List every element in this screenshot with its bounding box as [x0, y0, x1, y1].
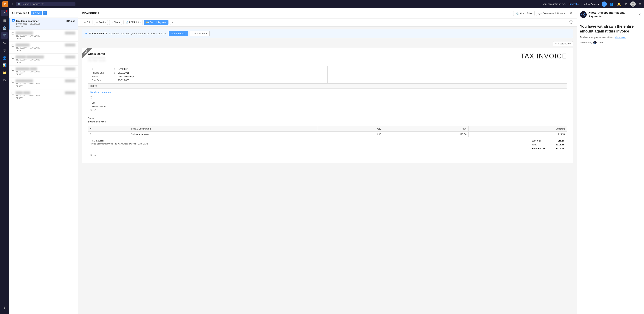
all-invoices-dropdown[interactable]: All Invoices ▾ — [12, 11, 29, 14]
customer-name: Mr. demo customer — [16, 19, 38, 22]
app-logo: B — [2, 1, 8, 7]
chat-icon[interactable]: 💬 — [569, 20, 573, 24]
right-panel-link[interactable]: click here. — [615, 36, 626, 39]
invoice-item[interactable]: Mr. demo customer $115.58 INV-000011 • 2… — [9, 18, 78, 30]
sidebar-item-time[interactable]: ⏱ — [1, 47, 8, 54]
more-options-button[interactable]: ⋯ — [70, 10, 75, 16]
sidebar-item-grid[interactable]: ⊞ — [1, 17, 8, 24]
customize-label: Customize — [558, 42, 569, 45]
settings-icon[interactable]: ⚙ — [624, 2, 628, 7]
sidebar-item-tags[interactable]: 🏷 — [1, 39, 8, 46]
sidebar-item-layers[interactable]: ⧉ — [1, 77, 8, 84]
sidebar-item-bank[interactable]: 🏦 — [1, 25, 8, 31]
subject-section: Subject : Software services — [88, 117, 567, 123]
search-icon: 🔍 — [18, 2, 21, 5]
invoice-checkbox[interactable] — [12, 32, 14, 35]
avatar[interactable] — [630, 1, 636, 7]
invoice-meta-table: # : INV-000011 Invoice Date : 29/01/2025 — [88, 66, 567, 83]
invoice-checkbox[interactable] — [12, 92, 14, 94]
right-panel: X Xflow - Accept International Payments … — [577, 8, 644, 314]
item-amount: 115.58 — [468, 131, 567, 137]
new-invoice-dropdown-button[interactable]: ▾ — [43, 11, 47, 15]
edit-button[interactable]: ✏ Edit — [82, 20, 92, 25]
due-date-label: Due Date — [90, 78, 113, 82]
contacts-sidebar-icon: 👤 — [2, 56, 6, 60]
right-panel-close-button[interactable]: ✕ — [638, 12, 641, 17]
invoice-item[interactable]: ██████ ██████████ ██████ INV-000008 • 15… — [9, 53, 78, 65]
totals-table: Sub Total 115.58 Total $115.58 Balance D… — [529, 137, 567, 152]
sidebar-item-contacts[interactable]: 👤 — [1, 54, 8, 61]
account-status: Your account is on ext... — [543, 3, 567, 5]
invoice-checkbox[interactable] — [12, 68, 14, 70]
header-actions: 📎 Attach Files 💬 Comments & History ✕ — [513, 10, 573, 16]
sidebar-item-folders[interactable]: 📁 — [1, 69, 8, 76]
whats-next-banner: ✦ WHAT'S NEXT? Send this Invoice to your… — [82, 29, 573, 38]
invoice-item[interactable]: ██████████ ██████ INV-000010 • 17/01/202… — [9, 30, 78, 42]
global-add-button[interactable]: + — [602, 1, 607, 7]
send-invoice-button[interactable]: Send Invoice — [169, 31, 188, 36]
pdf-print-button[interactable]: 📄 PDF/Print ▾ — [124, 20, 143, 25]
pdf-print-label: PDF/Print — [129, 21, 139, 24]
search-bar[interactable]: 🔍 Search in Invoices ( / ) — [16, 2, 76, 6]
comments-history-button[interactable]: 💬 Comments & History — [536, 11, 567, 16]
customer-address-5: U.S.A — [90, 108, 564, 112]
comments-history-label: Comments & History — [542, 12, 565, 15]
customize-button[interactable]: ⚙ Customize ▾ — [553, 41, 573, 46]
invoice-checkbox[interactable] — [12, 80, 14, 82]
bank-icon: 🏦 — [2, 26, 6, 30]
attach-files-label: Attach Files — [520, 12, 532, 15]
sidebar-item-invoices[interactable]: 🛒 — [1, 32, 8, 39]
invoice-amount: ██████ — [65, 31, 75, 34]
mark-as-sent-button[interactable]: Mark as Sent — [190, 31, 210, 36]
svg-text:X: X — [594, 42, 595, 43]
subscribe-link[interactable]: Subscribe — [569, 3, 579, 5]
sidebar-item-home[interactable]: ⌂ — [1, 10, 8, 16]
invoice-document: Draft Xflow Demo 123 Street Address City… — [82, 48, 573, 163]
invoice-checkbox[interactable] — [12, 44, 14, 47]
subtotal-label: Sub Total — [532, 139, 541, 142]
right-panel-heading: You have withdrawn the entire amount aga… — [580, 24, 641, 34]
notifications-icon[interactable]: 🔔 — [616, 2, 622, 7]
user-menu[interactable]: Xflow Demo ▾ — [584, 3, 599, 5]
invoice-date: 17/01/2025 — [30, 35, 40, 37]
invoice-checkbox[interactable] — [12, 19, 14, 22]
invoice-doc-top: Xflow Demo 123 Street Address City, Stat… — [88, 52, 567, 62]
powered-by: Powered By X Xflow — [580, 41, 641, 44]
grid-icon[interactable]: ⊞ — [638, 2, 642, 7]
number-label: # — [90, 67, 113, 71]
invoice-item[interactable]: ██████████ ██████ INV-000006 • 09/01/202… — [9, 77, 78, 89]
invoice-meta: INV-000011 • 29/01/2025 — [16, 23, 75, 25]
xflow-logo: X — [580, 11, 587, 18]
invoice-number: INV-000008 — [16, 59, 26, 61]
invoice-number: INV-000002 — [16, 94, 26, 97]
invoice-number: INV-000011 — [16, 23, 27, 25]
sidebar-item-reports[interactable]: 📊 — [1, 62, 8, 69]
invoice-toolbar: ✏ Edit ✉ Send ▾ ↗ Share 📄 PDF/Print ▾ 💳 … — [78, 18, 577, 26]
col-qty: Qty — [317, 126, 383, 131]
invoice-amount: $115.58 — [66, 19, 75, 22]
invoice-item[interactable]: ████████ ████ ██████ INV-000007 • 10/01/… — [9, 65, 78, 77]
share-button[interactable]: ↗ Share — [109, 20, 122, 25]
new-invoice-button[interactable]: + New — [31, 11, 42, 15]
record-payment-button[interactable]: 💳 Record Payment — [144, 20, 168, 25]
all-invoices-label: All Invoices — [12, 11, 27, 14]
share-icon: ↗ — [111, 21, 113, 24]
item-rate: 115.58 — [383, 131, 468, 137]
more-actions-button[interactable]: ⋯ — [170, 20, 176, 25]
invoice-item[interactable]: ████ ████ ██████ INV-000002 • 06/01/2025… — [9, 89, 78, 101]
invoice-checkbox[interactable] — [12, 56, 14, 59]
invoice-item[interactable]: ████████ ██████ INV-000009 • 15/01/2025 … — [9, 42, 78, 53]
invoice-meta: INV-000009 • 15/01/2025 — [16, 47, 75, 49]
balance-due-label: Balance Due — [532, 147, 546, 150]
send-button[interactable]: ✉ Send ▾ — [94, 20, 108, 25]
invoice-date: 29/01/2025 — [30, 23, 40, 25]
invoice-doc-inner: Xflow Demo 123 Street Address City, Stat… — [82, 48, 573, 163]
tax-invoice-title: TAX INVOICE — [521, 52, 567, 60]
close-button[interactable]: ✕ — [569, 10, 573, 16]
contacts-icon[interactable]: 👥 — [609, 2, 614, 7]
xflow-brand: X Xflow — [593, 41, 603, 44]
sidebar-collapse-button[interactable]: ❮ — [1, 304, 8, 311]
total-value: $115.58 — [556, 143, 564, 146]
attach-files-button[interactable]: 📎 Attach Files — [513, 11, 534, 16]
right-panel-body: You have withdrawn the entire amount aga… — [577, 21, 644, 314]
